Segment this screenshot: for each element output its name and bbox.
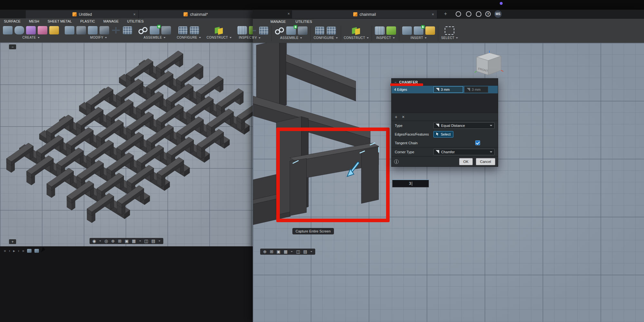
variant-table-icon[interactable] [327,26,336,35]
new-tab-button[interactable]: + [444,11,447,17]
tangent-chain-checkbox[interactable] [475,140,480,145]
section-analysis-icon[interactable] [249,26,253,34]
select-menu[interactable]: SELECT [441,36,458,40]
solid-box-icon[interactable] [3,26,13,34]
viewports-icon[interactable]: ▤ [303,250,307,254]
type-dropdown[interactable]: Equal Distance [433,122,495,129]
modify-menu[interactable]: MODIFY [253,36,269,40]
change-parameters-icon[interactable] [259,26,269,35]
variant-table-icon[interactable] [190,26,199,34]
timeline-feature-icon[interactable] [34,249,39,253]
view-cube[interactable]: FRONT [473,50,505,78]
corner-type-dropdown[interactable]: Chamfer [433,149,495,155]
inspect-menu[interactable]: INSPECT [237,36,253,39]
tab-untitled[interactable]: Untitled × [26,10,139,18]
ok-button[interactable]: OK [459,158,473,165]
look-at-icon[interactable]: ◎ [104,239,108,243]
grid-settings-icon[interactable]: ◫ [296,250,300,254]
measure-icon[interactable] [237,26,247,34]
orbit-icon[interactable]: ◉ [92,239,96,243]
display-settings-icon[interactable]: ▦ [284,250,288,254]
caret-down-icon[interactable] [310,251,312,252]
history-icon[interactable] [456,11,461,17]
caret-down-icon[interactable] [139,241,141,242]
zoom-icon[interactable]: ⊞ [118,239,121,243]
select-icon[interactable] [445,26,454,35]
viewport-right[interactable]: FRONT − CHAMFER 4 Edges 3 mm [253,43,644,322]
change-parameters-icon[interactable] [123,26,132,34]
menu-manage[interactable]: MANAGE [103,19,119,23]
menu-plastic[interactable]: PLASTIC [80,19,95,23]
decal-icon[interactable] [402,26,412,35]
move-copy-icon[interactable] [111,26,121,34]
configuration-icon[interactable] [178,26,188,34]
tab-chainmail-modified[interactable]: chainmail* [139,10,253,18]
construction-plane-icon[interactable] [351,26,361,35]
extensions-icon[interactable] [466,11,471,17]
link-icon[interactable] [275,26,284,35]
menu-surface[interactable]: SURFACE [4,19,21,23]
viewport-left[interactable]: − + ◉ ◎ ⊕ ⊞ ▣ ▦ ◫ ▤ [0,43,253,246]
configure-menu[interactable]: CONFIGURE [177,36,201,39]
edge-set-row[interactable]: 4 Edges 3 mm 3 mm [392,86,498,93]
fit-icon[interactable]: ▣ [125,239,128,243]
timeline-end-icon[interactable]: » [22,249,24,253]
create-menu[interactable]: CREATE [3,36,59,39]
distance-one-cell[interactable]: 3 mm [433,86,463,93]
canvas-icon[interactable] [425,26,435,35]
grid-settings-icon[interactable]: ◫ [144,239,148,243]
modify-menu[interactable]: MODIFY [65,36,132,39]
construction-plane-icon[interactable] [214,26,224,34]
configuration-icon[interactable] [315,26,325,35]
cylinder-icon[interactable] [14,26,24,34]
chamfer-distance-input[interactable]: 3 [392,180,429,187]
new-component-icon[interactable] [150,26,159,34]
menu-utilities[interactable]: UTILITIES [296,20,312,24]
display-settings-icon[interactable]: ▦ [132,239,136,243]
section-analysis-icon[interactable] [386,26,396,35]
link-icon[interactable] [138,26,148,34]
assemble-menu[interactable]: ASSEMBLE [275,36,308,40]
cancel-button[interactable]: Cancel [476,158,495,165]
caret-down-icon[interactable] [158,241,160,242]
menu-utilities[interactable]: UTILITIES [127,19,144,23]
add-edge-set-button[interactable]: + [395,114,397,119]
insert-mesh-icon[interactable] [414,26,423,35]
caret-down-icon[interactable] [99,241,101,242]
select-button[interactable]: Select [433,131,453,137]
measure-icon[interactable] [375,26,384,35]
tab-close-icon[interactable]: × [432,12,434,17]
menu-sheet-metal[interactable]: SHEET METAL [48,19,72,23]
browser-collapse-button[interactable]: − [9,44,16,49]
split-body-icon[interactable] [49,26,59,34]
fillet-icon[interactable] [76,26,86,34]
pan-icon[interactable]: ⊕ [263,250,267,254]
input-drag-handle-icon[interactable] [432,181,435,186]
inspect-menu[interactable]: INSPECT [375,36,396,40]
browser-expand-button[interactable]: + [9,239,16,244]
remove-edge-set-button[interactable]: × [402,114,404,119]
construct-menu[interactable]: CONSTRUCT [344,36,369,40]
configure-menu[interactable]: CONFIGURE [314,36,338,40]
timeline-begin-icon[interactable]: « [4,249,6,253]
timeline-feature-icon[interactable] [27,249,32,253]
assemble-menu[interactable]: ASSEMBLE [138,36,171,39]
joint-icon[interactable] [161,26,171,34]
tab-close-icon[interactable]: × [133,12,136,17]
notifications-bell-icon[interactable] [476,11,481,17]
press-pull-icon[interactable] [65,26,74,34]
pan-icon[interactable]: ⊕ [111,239,115,243]
new-component-icon[interactable] [286,26,296,35]
fit-icon[interactable]: ▣ [277,250,280,254]
menu-manage[interactable]: MANAGE [270,20,286,24]
combine-icon[interactable] [99,26,109,34]
capture-entire-screen-button[interactable]: Capture Entire Screen [292,228,334,234]
form-icon[interactable] [38,26,47,34]
shell-icon[interactable] [88,26,98,34]
timeline-forward-icon[interactable]: › [18,249,19,253]
distance-two-cell[interactable]: 3 mm [464,86,488,93]
avatar[interactable]: MS [494,10,502,18]
help-icon[interactable]: ? [485,11,491,17]
tab-chainmail[interactable]: chainmail × [292,10,437,18]
viewports-icon[interactable]: ▤ [151,239,155,243]
